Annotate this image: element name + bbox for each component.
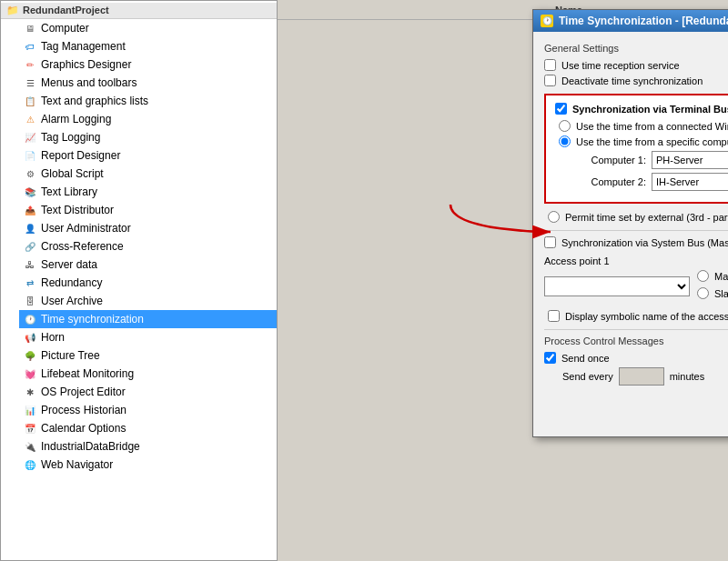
sidebar-label-lifebeat: Lifebeat Monitoring bbox=[41, 367, 134, 380]
sidebar-item-cross-reference[interactable]: 🔗 Cross-Reference bbox=[19, 237, 277, 255]
computer1-row: Computer 1: ... bbox=[555, 151, 728, 169]
sidebar-item-user-archive[interactable]: 🗄 User Archive bbox=[19, 292, 277, 310]
specific-computer-radio[interactable] bbox=[559, 135, 571, 147]
icon-text-distributor: 📤 bbox=[23, 203, 37, 217]
master1-label: Master bbox=[714, 271, 728, 282]
slave1-row: Slave bbox=[697, 287, 728, 299]
sidebar-label-graphics-designer: Graphics Designer bbox=[41, 58, 131, 71]
sidebar-item-time-sync[interactable]: 🕐 Time synchronization bbox=[19, 310, 277, 328]
symbolic-name-row: Display symbolic name of the access poin… bbox=[544, 310, 728, 322]
computer2-input[interactable] bbox=[652, 173, 728, 191]
sidebar-label-menus-toolbars: Menus and toolbars bbox=[41, 76, 136, 89]
access-points-section: Access point 1 Master Slave bbox=[544, 255, 728, 303]
sidebar-item-industrial-bridge[interactable]: 🔌 IndustrialDataBridge bbox=[19, 437, 277, 456]
sidebar-item-graphics-designer[interactable]: ✏ Graphics Designer bbox=[19, 55, 277, 74]
dialog-body: OK Cancel General Settings Use time rece… bbox=[533, 32, 728, 436]
sidebar-label-tag-management: Tag Management bbox=[41, 40, 126, 53]
dialog-title: Time Synchronization - [RedundantProject… bbox=[559, 15, 728, 27]
sidebar-item-redundancy[interactable]: ⇄ Redundancy bbox=[19, 274, 277, 292]
connected-server-radio[interactable] bbox=[559, 120, 571, 132]
computer1-label: Computer 1: bbox=[573, 155, 646, 165]
send-once-row: Send once bbox=[544, 352, 728, 364]
sidebar-label-text-library: Text Library bbox=[41, 185, 97, 198]
sidebar-item-alarm-logging[interactable]: ⚠ Alarm Logging bbox=[19, 110, 277, 128]
sidebar-item-text-distributor[interactable]: 📤 Text Distributor bbox=[19, 201, 277, 219]
use-connected-server-row: Use the time from a connected WinCC serv… bbox=[555, 120, 728, 132]
titlebar-left: 🕐 Time Synchronization - [RedundantProje… bbox=[541, 15, 728, 27]
symbolic-name-checkbox[interactable] bbox=[548, 310, 560, 322]
icon-cross-reference: 🔗 bbox=[23, 239, 37, 254]
sidebar-item-web-navigator[interactable]: 🌐 Web Navigator bbox=[19, 456, 277, 474]
permit-external-radio[interactable] bbox=[548, 211, 560, 223]
slave1-label: Slave bbox=[714, 288, 728, 299]
icon-user-admin: 👤 bbox=[23, 221, 37, 235]
icon-time-sync: 🕐 bbox=[23, 312, 37, 326]
tree-header: 📁RedundantProject bbox=[1, 3, 277, 19]
icon-web-navigator: 🌐 bbox=[23, 457, 37, 472]
sidebar-item-user-admin[interactable]: 👤 User Administrator bbox=[19, 219, 277, 237]
deactivate-sync-row: Deactivate time synchronization bbox=[544, 75, 728, 86]
use-time-reception-checkbox[interactable] bbox=[544, 59, 556, 71]
sidebar-item-global-script[interactable]: ⚙ Global Script bbox=[19, 165, 277, 183]
specific-computer-label: Use the time from a specific computer: bbox=[576, 136, 728, 147]
terminal-bus-checkbox[interactable] bbox=[555, 103, 567, 115]
master1-radio[interactable] bbox=[697, 270, 709, 282]
icon-global-script: ⚙ bbox=[23, 166, 37, 181]
access-point1-label: Access point 1 bbox=[544, 255, 728, 266]
icon-text-library: 📚 bbox=[23, 185, 37, 199]
send-every-label: Send every bbox=[562, 371, 613, 382]
bottom-section: Process Control Messages Send once Send … bbox=[544, 336, 728, 426]
sidebar-item-text-graphics-lists[interactable]: 📋 Text and graphics lists bbox=[19, 92, 277, 110]
system-bus-section: Synchronization via System Bus (Master, … bbox=[544, 236, 728, 248]
sidebar-item-computer[interactable]: 🖥 Computer bbox=[19, 19, 277, 37]
sidebar-label-text-graphics-lists: Text and graphics lists bbox=[41, 95, 148, 107]
sidebar-label-server-data: Server data bbox=[41, 258, 97, 271]
connected-server-label: Use the time from a connected WinCC serv… bbox=[576, 121, 728, 132]
system-bus-row: Synchronization via System Bus (Master, … bbox=[544, 236, 728, 248]
send-once-checkbox[interactable] bbox=[544, 352, 556, 364]
process-control-section: Process Control Messages Send once Send … bbox=[544, 336, 728, 386]
system-bus-checkbox[interactable] bbox=[544, 236, 556, 248]
sidebar-label-horn: Horn bbox=[41, 331, 65, 344]
icon-redundancy: ⇄ bbox=[23, 275, 37, 290]
sidebar-item-horn[interactable]: 📢 Horn bbox=[19, 328, 277, 346]
sidebar-item-os-project-editor[interactable]: ✱ OS Project Editor bbox=[19, 383, 277, 401]
terminal-bus-label: Synchronization via Terminal Bus (Slave) bbox=[572, 104, 728, 115]
sidebar-item-process-historian[interactable]: 📊 Process Historian bbox=[19, 401, 277, 419]
icon-text-graphics-lists: 📋 bbox=[23, 94, 37, 108]
sidebar-item-tag-management[interactable]: 🏷 Tag Management bbox=[19, 37, 277, 55]
dialog-titlebar: 🕐 Time Synchronization - [RedundantProje… bbox=[533, 10, 728, 32]
slave1-radio[interactable] bbox=[697, 287, 709, 299]
icon-menus-toolbars: ☰ bbox=[23, 75, 37, 90]
icon-server-data: 🖧 bbox=[23, 257, 37, 272]
sidebar-label-os-project-editor: OS Project Editor bbox=[41, 386, 126, 398]
computer2-row: Computer 2: ... bbox=[555, 173, 728, 191]
access-point1-select[interactable] bbox=[544, 276, 690, 296]
deactivate-sync-checkbox[interactable] bbox=[544, 75, 556, 86]
icon-report-designer: 📄 bbox=[23, 148, 37, 163]
icon-os-project-editor: ✱ bbox=[23, 385, 37, 399]
dialog-overlay: Name 🕐 Time Synchronization - [Redundant… bbox=[278, 0, 728, 561]
sidebar-item-server-data[interactable]: 🖧 Server data bbox=[19, 255, 277, 274]
sidebar-label-text-distributor: Text Distributor bbox=[41, 204, 114, 216]
sidebar-label-user-admin: User Administrator bbox=[41, 222, 131, 235]
sidebar-label-calendar-options: Calendar Options bbox=[41, 422, 126, 435]
sidebar-label-alarm-logging: Alarm Logging bbox=[41, 113, 111, 125]
sidebar-item-report-designer[interactable]: 📄 Report Designer bbox=[19, 146, 277, 165]
sidebar-item-text-library[interactable]: 📚 Text Library bbox=[19, 183, 277, 201]
minutes-input[interactable] bbox=[619, 367, 664, 386]
icon-alarm-logging: ⚠ bbox=[23, 112, 37, 126]
sidebar-label-user-archive: User Archive bbox=[41, 295, 103, 307]
sidebar-item-lifebeat[interactable]: 💓 Lifebeat Monitoring bbox=[19, 365, 277, 383]
sidebar-item-tag-logging[interactable]: 📈 Tag Logging bbox=[19, 128, 277, 146]
sidebar-label-computer: Computer bbox=[41, 22, 89, 35]
sidebar-item-menus-toolbars[interactable]: ☰ Menus and toolbars bbox=[19, 74, 277, 92]
computer1-input[interactable] bbox=[652, 151, 728, 169]
icon-tag-management: 🏷 bbox=[23, 39, 37, 54]
sidebar-item-calendar-options[interactable]: 📅 Calendar Options bbox=[19, 419, 277, 437]
sidebar-label-time-sync: Time synchronization bbox=[41, 313, 144, 326]
icon-calendar-options: 📅 bbox=[23, 421, 37, 436]
sidebar-item-picture-tree[interactable]: 🌳 Picture Tree bbox=[19, 346, 277, 365]
sidebar-label-redundancy: Redundancy bbox=[41, 276, 102, 289]
deactivate-sync-label: Deactivate time synchronization bbox=[561, 75, 703, 86]
